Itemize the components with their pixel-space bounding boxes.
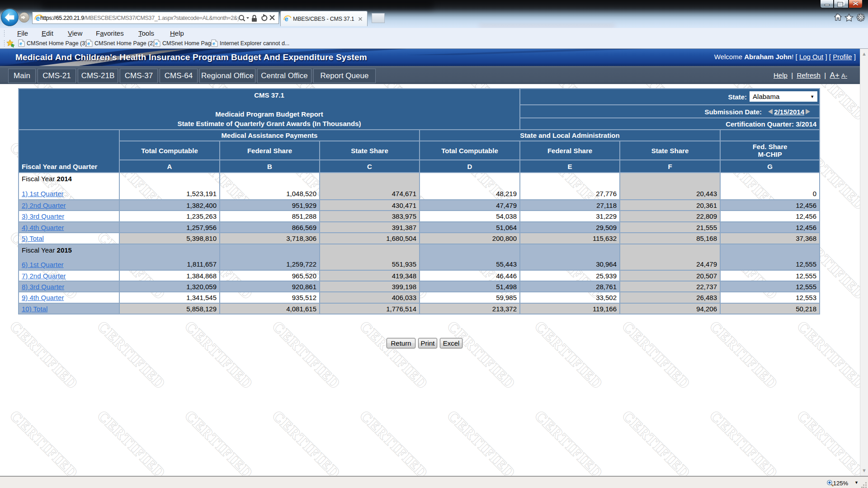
svg-text:CERTIFIED: CERTIFIED — [94, 407, 169, 476]
svg-text:e: e — [212, 41, 215, 46]
svg-text:CERTIFIED: CERTIFIED — [707, 407, 781, 476]
svg-text:CERTIFIED: CERTIFIED — [7, 318, 81, 392]
svg-text:CERTIFIED: CERTIFIED — [94, 318, 169, 392]
svg-text:CERTIFIED: CERTIFIED — [707, 318, 781, 392]
svg-text:CERTIFIED: CERTIFIED — [794, 318, 860, 392]
svg-text:CERTIFIED: CERTIFIED — [444, 318, 519, 392]
svg-text:CERTIFIED: CERTIFIED — [532, 318, 606, 392]
svg-text:CERTIFIED: CERTIFIED — [7, 407, 81, 476]
svg-text:CERTIFIED: CERTIFIED — [444, 407, 519, 476]
svg-text:CERTIFIED: CERTIFIED — [269, 407, 344, 476]
svg-text:CERTIFIED: CERTIFIED — [357, 407, 431, 476]
svg-text:e: e — [19, 41, 22, 46]
svg-text:CERTIFIED: CERTIFIED — [269, 318, 344, 392]
svg-text:CERTIFIED: CERTIFIED — [794, 407, 860, 476]
svg-text:CERTIFIED: CERTIFIED — [182, 407, 256, 476]
svg-text:CERTIFIED: CERTIFIED — [182, 318, 256, 392]
svg-text:CERTIFIED: CERTIFIED — [619, 407, 693, 476]
svg-text:CERTIFIED: CERTIFIED — [532, 407, 606, 476]
svg-text:e: e — [87, 41, 90, 46]
svg-text:CERTIFIED: CERTIFIED — [357, 318, 431, 392]
svg-text:CERTIFIED: CERTIFIED — [619, 318, 693, 392]
svg-text:e: e — [155, 41, 158, 46]
